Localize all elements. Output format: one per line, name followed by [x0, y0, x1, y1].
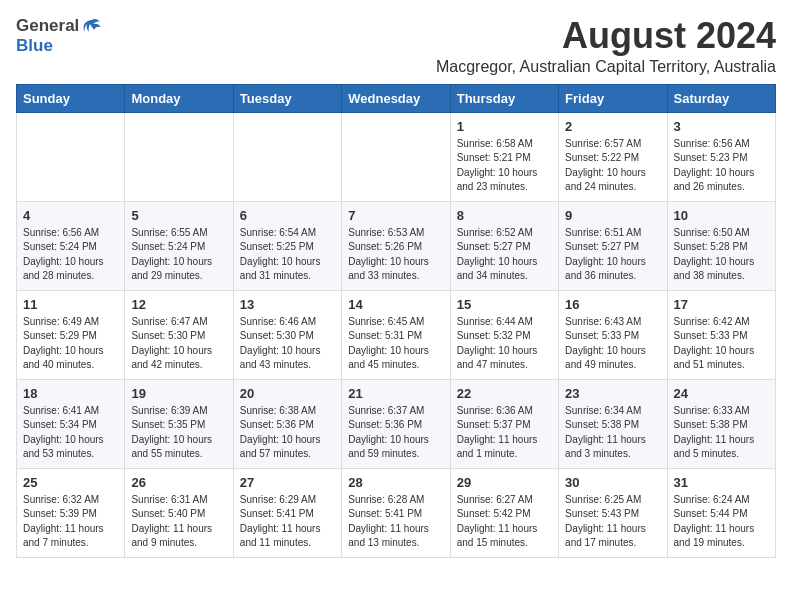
subtitle: Macgregor, Australian Capital Territory,…: [102, 58, 776, 76]
day-info: Sunrise: 6:31 AMSunset: 5:40 PMDaylight:…: [131, 493, 226, 551]
day-number: 25: [23, 475, 118, 490]
header-cell-sunday: Sunday: [17, 84, 125, 112]
logo-general: General: [16, 16, 79, 36]
day-info: Sunrise: 6:27 AMSunset: 5:42 PMDaylight:…: [457, 493, 552, 551]
calendar-cell: 29Sunrise: 6:27 AMSunset: 5:42 PMDayligh…: [450, 468, 558, 557]
day-info: Sunrise: 6:32 AMSunset: 5:39 PMDaylight:…: [23, 493, 118, 551]
calendar-cell: 25Sunrise: 6:32 AMSunset: 5:39 PMDayligh…: [17, 468, 125, 557]
day-number: 17: [674, 297, 769, 312]
day-number: 26: [131, 475, 226, 490]
header-cell-thursday: Thursday: [450, 84, 558, 112]
calendar-cell: 20Sunrise: 6:38 AMSunset: 5:36 PMDayligh…: [233, 379, 341, 468]
calendar-cell: 14Sunrise: 6:45 AMSunset: 5:31 PMDayligh…: [342, 290, 450, 379]
logo-bird-icon: [80, 18, 102, 34]
calendar-cell: [233, 112, 341, 201]
day-number: 12: [131, 297, 226, 312]
calendar-cell: 13Sunrise: 6:46 AMSunset: 5:30 PMDayligh…: [233, 290, 341, 379]
day-number: 29: [457, 475, 552, 490]
day-info: Sunrise: 6:33 AMSunset: 5:38 PMDaylight:…: [674, 404, 769, 462]
day-info: Sunrise: 6:57 AMSunset: 5:22 PMDaylight:…: [565, 137, 660, 195]
day-number: 5: [131, 208, 226, 223]
day-number: 1: [457, 119, 552, 134]
calendar-cell: 2Sunrise: 6:57 AMSunset: 5:22 PMDaylight…: [559, 112, 667, 201]
day-number: 27: [240, 475, 335, 490]
header-cell-monday: Monday: [125, 84, 233, 112]
calendar-week-1: 1Sunrise: 6:58 AMSunset: 5:21 PMDaylight…: [17, 112, 776, 201]
calendar-cell: 26Sunrise: 6:31 AMSunset: 5:40 PMDayligh…: [125, 468, 233, 557]
day-info: Sunrise: 6:45 AMSunset: 5:31 PMDaylight:…: [348, 315, 443, 373]
calendar-cell: 6Sunrise: 6:54 AMSunset: 5:25 PMDaylight…: [233, 201, 341, 290]
day-info: Sunrise: 6:29 AMSunset: 5:41 PMDaylight:…: [240, 493, 335, 551]
calendar-week-3: 11Sunrise: 6:49 AMSunset: 5:29 PMDayligh…: [17, 290, 776, 379]
calendar-cell: 28Sunrise: 6:28 AMSunset: 5:41 PMDayligh…: [342, 468, 450, 557]
day-info: Sunrise: 6:56 AMSunset: 5:24 PMDaylight:…: [23, 226, 118, 284]
calendar-cell: 15Sunrise: 6:44 AMSunset: 5:32 PMDayligh…: [450, 290, 558, 379]
calendar-table: SundayMondayTuesdayWednesdayThursdayFrid…: [16, 84, 776, 558]
calendar-cell: 18Sunrise: 6:41 AMSunset: 5:34 PMDayligh…: [17, 379, 125, 468]
day-number: 2: [565, 119, 660, 134]
logo: General Blue: [16, 16, 102, 56]
day-info: Sunrise: 6:55 AMSunset: 5:24 PMDaylight:…: [131, 226, 226, 284]
calendar-cell: 12Sunrise: 6:47 AMSunset: 5:30 PMDayligh…: [125, 290, 233, 379]
day-number: 9: [565, 208, 660, 223]
calendar-cell: [17, 112, 125, 201]
calendar-cell: 3Sunrise: 6:56 AMSunset: 5:23 PMDaylight…: [667, 112, 775, 201]
calendar-week-2: 4Sunrise: 6:56 AMSunset: 5:24 PMDaylight…: [17, 201, 776, 290]
calendar-week-5: 25Sunrise: 6:32 AMSunset: 5:39 PMDayligh…: [17, 468, 776, 557]
calendar-cell: [342, 112, 450, 201]
day-info: Sunrise: 6:44 AMSunset: 5:32 PMDaylight:…: [457, 315, 552, 373]
day-info: Sunrise: 6:49 AMSunset: 5:29 PMDaylight:…: [23, 315, 118, 373]
calendar-cell: 23Sunrise: 6:34 AMSunset: 5:38 PMDayligh…: [559, 379, 667, 468]
calendar-cell: 10Sunrise: 6:50 AMSunset: 5:28 PMDayligh…: [667, 201, 775, 290]
day-number: 23: [565, 386, 660, 401]
header-cell-wednesday: Wednesday: [342, 84, 450, 112]
day-number: 3: [674, 119, 769, 134]
page-header: General Blue August 2024 Macgregor, Aust…: [16, 16, 776, 76]
day-number: 10: [674, 208, 769, 223]
day-info: Sunrise: 6:25 AMSunset: 5:43 PMDaylight:…: [565, 493, 660, 551]
calendar-cell: 22Sunrise: 6:36 AMSunset: 5:37 PMDayligh…: [450, 379, 558, 468]
day-number: 28: [348, 475, 443, 490]
day-info: Sunrise: 6:51 AMSunset: 5:27 PMDaylight:…: [565, 226, 660, 284]
calendar-cell: 19Sunrise: 6:39 AMSunset: 5:35 PMDayligh…: [125, 379, 233, 468]
calendar-cell: [125, 112, 233, 201]
day-number: 15: [457, 297, 552, 312]
day-info: Sunrise: 6:37 AMSunset: 5:36 PMDaylight:…: [348, 404, 443, 462]
day-info: Sunrise: 6:36 AMSunset: 5:37 PMDaylight:…: [457, 404, 552, 462]
day-number: 7: [348, 208, 443, 223]
calendar-cell: 17Sunrise: 6:42 AMSunset: 5:33 PMDayligh…: [667, 290, 775, 379]
calendar-cell: 11Sunrise: 6:49 AMSunset: 5:29 PMDayligh…: [17, 290, 125, 379]
calendar-week-4: 18Sunrise: 6:41 AMSunset: 5:34 PMDayligh…: [17, 379, 776, 468]
day-number: 21: [348, 386, 443, 401]
calendar-body: 1Sunrise: 6:58 AMSunset: 5:21 PMDaylight…: [17, 112, 776, 557]
day-info: Sunrise: 6:34 AMSunset: 5:38 PMDaylight:…: [565, 404, 660, 462]
day-info: Sunrise: 6:52 AMSunset: 5:27 PMDaylight:…: [457, 226, 552, 284]
day-info: Sunrise: 6:41 AMSunset: 5:34 PMDaylight:…: [23, 404, 118, 462]
day-number: 22: [457, 386, 552, 401]
calendar-cell: 5Sunrise: 6:55 AMSunset: 5:24 PMDaylight…: [125, 201, 233, 290]
calendar-cell: 24Sunrise: 6:33 AMSunset: 5:38 PMDayligh…: [667, 379, 775, 468]
day-number: 4: [23, 208, 118, 223]
day-info: Sunrise: 6:56 AMSunset: 5:23 PMDaylight:…: [674, 137, 769, 195]
day-info: Sunrise: 6:53 AMSunset: 5:26 PMDaylight:…: [348, 226, 443, 284]
calendar-cell: 7Sunrise: 6:53 AMSunset: 5:26 PMDaylight…: [342, 201, 450, 290]
day-number: 16: [565, 297, 660, 312]
day-info: Sunrise: 6:28 AMSunset: 5:41 PMDaylight:…: [348, 493, 443, 551]
day-info: Sunrise: 6:38 AMSunset: 5:36 PMDaylight:…: [240, 404, 335, 462]
day-info: Sunrise: 6:47 AMSunset: 5:30 PMDaylight:…: [131, 315, 226, 373]
day-info: Sunrise: 6:42 AMSunset: 5:33 PMDaylight:…: [674, 315, 769, 373]
day-info: Sunrise: 6:50 AMSunset: 5:28 PMDaylight:…: [674, 226, 769, 284]
calendar-cell: 9Sunrise: 6:51 AMSunset: 5:27 PMDaylight…: [559, 201, 667, 290]
calendar-cell: 27Sunrise: 6:29 AMSunset: 5:41 PMDayligh…: [233, 468, 341, 557]
header-cell-saturday: Saturday: [667, 84, 775, 112]
day-number: 31: [674, 475, 769, 490]
calendar-cell: 31Sunrise: 6:24 AMSunset: 5:44 PMDayligh…: [667, 468, 775, 557]
header-cell-friday: Friday: [559, 84, 667, 112]
title-area: August 2024 Macgregor, Australian Capita…: [102, 16, 776, 76]
day-number: 13: [240, 297, 335, 312]
day-info: Sunrise: 6:58 AMSunset: 5:21 PMDaylight:…: [457, 137, 552, 195]
day-number: 24: [674, 386, 769, 401]
main-title: August 2024: [102, 16, 776, 56]
day-number: 11: [23, 297, 118, 312]
day-number: 20: [240, 386, 335, 401]
